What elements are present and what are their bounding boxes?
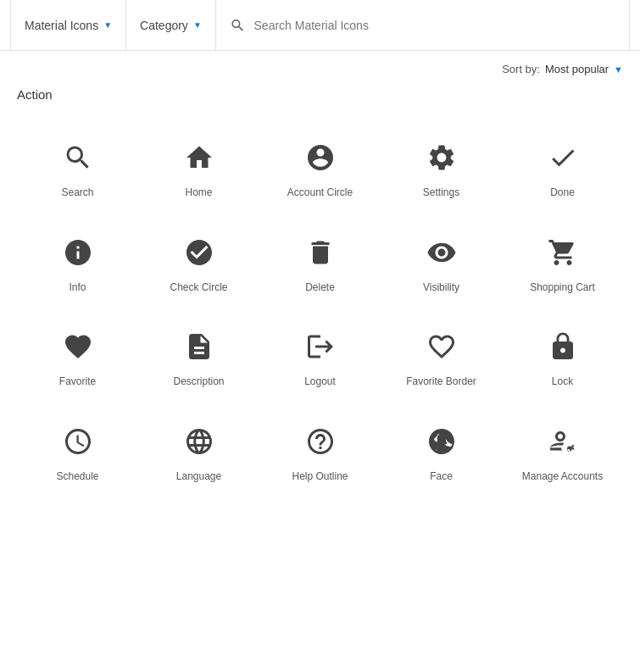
- icon-settings[interactable]: Settings: [381, 119, 502, 214]
- face-icon: [423, 423, 460, 460]
- material-icons-dropdown[interactable]: Material Icons ▼: [10, 0, 126, 50]
- done-icon: [544, 139, 582, 176]
- home-label: Home: [185, 186, 212, 200]
- schedule-icon: [59, 423, 97, 460]
- lock-label: Lock: [552, 375, 573, 389]
- manage-accounts-label: Manage Accounts: [522, 470, 603, 484]
- icon-visibility[interactable]: Visibility: [381, 214, 502, 308]
- sort-bar: Sort by: Most popular ▼: [0, 51, 640, 79]
- icon-logout[interactable]: Logout: [259, 308, 381, 403]
- settings-icon: [423, 139, 460, 176]
- category-arrow-icon: ▼: [193, 20, 202, 30]
- toolbar: Material Icons ▼ Category ▼: [0, 0, 640, 51]
- settings-label: Settings: [423, 186, 459, 200]
- help-outline-icon: [302, 423, 339, 460]
- done-label: Done: [550, 186, 575, 200]
- account-circle-icon: [302, 139, 339, 176]
- material-icons-label: Material Icons: [25, 19, 98, 32]
- icon-face[interactable]: Face: [381, 403, 502, 497]
- action-section: Action Search Home Account Circle: [0, 79, 640, 505]
- sort-label: Sort by:: [502, 63, 540, 75]
- delete-icon: [302, 234, 339, 271]
- icon-search[interactable]: Search: [17, 119, 138, 214]
- material-icons-arrow-icon: ▼: [103, 20, 112, 30]
- icon-shopping-cart[interactable]: Shopping Cart: [502, 214, 623, 308]
- icon-language[interactable]: Language: [138, 403, 259, 497]
- icon-schedule[interactable]: Schedule: [17, 403, 138, 497]
- help-outline-label: Help Outline: [292, 470, 348, 484]
- schedule-label: Schedule: [56, 470, 98, 484]
- favorite-border-icon: [423, 328, 460, 365]
- language-icon: [181, 423, 218, 460]
- icon-grid: Search Home Account Circle Settings: [17, 110, 623, 505]
- check-circle-icon: [181, 234, 218, 271]
- home-icon: [181, 139, 218, 176]
- face-label: Face: [430, 470, 453, 484]
- section-title: Action: [17, 87, 623, 102]
- favorite-icon: [59, 328, 97, 365]
- info-icon: [59, 234, 97, 271]
- sort-arrow-icon[interactable]: ▼: [614, 64, 623, 75]
- search-label: Search: [61, 186, 93, 200]
- info-label: Info: [69, 281, 86, 295]
- icon-delete[interactable]: Delete: [259, 214, 381, 308]
- icon-description[interactable]: Description: [138, 308, 259, 403]
- category-dropdown[interactable]: Category ▼: [126, 0, 216, 50]
- search-icon: [230, 17, 246, 34]
- icon-done[interactable]: Done: [502, 119, 623, 214]
- icon-home[interactable]: Home: [138, 119, 259, 214]
- shopping-cart-icon: [544, 234, 582, 271]
- favorite-border-label: Favorite Border: [406, 375, 476, 389]
- icon-help-outline[interactable]: Help Outline: [259, 403, 381, 497]
- favorite-label: Favorite: [59, 375, 96, 389]
- lock-icon: [544, 328, 582, 365]
- manage-accounts-icon: [544, 423, 582, 460]
- logout-label: Logout: [304, 375, 336, 389]
- description-label: Description: [173, 375, 224, 389]
- logout-icon: [302, 328, 339, 365]
- visibility-icon: [423, 234, 460, 271]
- language-label: Language: [176, 470, 221, 484]
- icon-info[interactable]: Info: [17, 214, 138, 308]
- search-input[interactable]: [254, 19, 615, 32]
- icon-lock[interactable]: Lock: [502, 308, 623, 403]
- category-label: Category: [140, 19, 188, 32]
- icon-account-circle[interactable]: Account Circle: [259, 119, 381, 214]
- shopping-cart-label: Shopping Cart: [530, 281, 595, 295]
- description-icon: [181, 328, 218, 365]
- icon-favorite-border[interactable]: Favorite Border: [381, 308, 502, 403]
- sort-value: Most popular: [545, 63, 609, 75]
- icon-favorite[interactable]: Favorite: [17, 308, 138, 403]
- account-circle-label: Account Circle: [287, 186, 353, 200]
- check-circle-label: Check Circle: [170, 281, 227, 295]
- search-icon: [59, 139, 97, 176]
- search-bar[interactable]: [216, 0, 630, 50]
- icon-manage-accounts[interactable]: Manage Accounts: [502, 403, 623, 497]
- visibility-label: Visibility: [423, 281, 459, 295]
- delete-label: Delete: [305, 281, 335, 295]
- icon-check-circle[interactable]: Check Circle: [138, 214, 259, 308]
